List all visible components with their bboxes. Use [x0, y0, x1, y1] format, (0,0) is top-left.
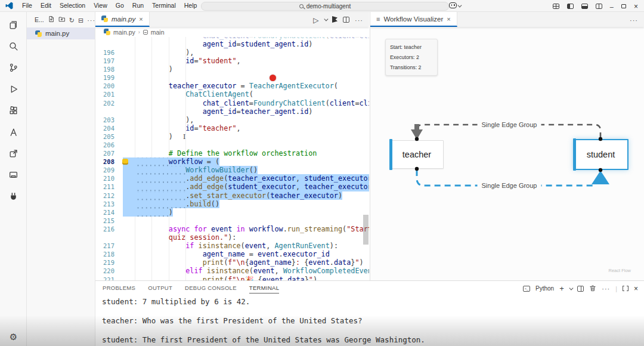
editor-scrollbar[interactable]	[363, 215, 369, 245]
file-item-mainpy[interactable]: main.py	[27, 27, 95, 39]
remote-explorer-icon[interactable]	[8, 170, 18, 180]
refresh-icon[interactable]	[69, 14, 75, 25]
split-terminal-icon[interactable]	[577, 286, 584, 292]
explorer-more-icon[interactable]	[87, 14, 95, 25]
code-line-221[interactable]: 221 print(f"\n🎉 {event.data}")	[95, 276, 369, 280]
toggle-panel-icon[interactable]	[581, 4, 588, 9]
node-teacher[interactable]: teacher	[390, 140, 444, 169]
tab-mainpy[interactable]: main.py	[95, 12, 150, 27]
breadcrumb-file[interactable]: main.py	[113, 29, 135, 36]
run-debug-icon[interactable]	[8, 84, 18, 94]
kill-terminal-icon[interactable]	[589, 285, 596, 293]
tab-terminal[interactable]: TERMINAL	[249, 285, 279, 294]
code-line-215[interactable]: 215	[95, 217, 369, 225]
code-line-218[interactable]: 218 agent_name = event.executor_id	[95, 250, 369, 258]
code-line-212[interactable]: 212 .set_start_executor(teacher_executor…	[95, 191, 369, 200]
code-line-217[interactable]: 217 if isinstance(event, AgentRunEvent):	[95, 242, 369, 250]
react-flow-attribution[interactable]: React Flow	[608, 268, 631, 273]
source-control-icon[interactable]	[8, 63, 18, 73]
close-tab-icon[interactable]	[139, 16, 143, 23]
explorer-sidebar: E... main.py	[27, 12, 95, 346]
collapse-folders-icon[interactable]	[78, 14, 83, 25]
close-tab-icon[interactable]	[447, 16, 450, 23]
code-line-219[interactable]: 219 print(f"\n{agent_name}: {event.data}…	[95, 258, 369, 267]
code-line-209[interactable]: 209 WorkflowBuilder()	[95, 166, 369, 174]
copilot-button[interactable]	[449, 2, 461, 8]
code-line-wrap[interactable]: agent_id=teacher_agent.id)	[95, 107, 369, 116]
code-line-207[interactable]: 207 # Define the workflow orchestration	[95, 149, 369, 157]
code-line-203[interactable]: 203 ),	[95, 116, 369, 124]
extensions-icon[interactable]	[8, 106, 18, 116]
code-line-204[interactable]: 204 id="teacher",	[95, 124, 369, 132]
code-line-213[interactable]: 213 .build()	[95, 200, 369, 208]
toggle-sidebar-icon[interactable]	[567, 4, 574, 9]
terminal-more-icon[interactable]	[602, 285, 610, 292]
toggle-secondary-sidebar-icon[interactable]	[596, 4, 602, 9]
code-line-196[interactable]: 196 ),	[95, 48, 369, 57]
azure-icon[interactable]	[8, 127, 18, 137]
code-line-201[interactable]: 201 ChatClientAgent(	[95, 90, 369, 98]
code-line-214[interactable]: 214 )	[95, 208, 369, 217]
menu-run[interactable]: Run	[128, 0, 148, 11]
export-icon[interactable]	[8, 149, 18, 159]
breadcrumb[interactable]: main.py › main	[95, 27, 369, 37]
editor-more-icon[interactable]	[355, 14, 363, 25]
run-dropdown-icon[interactable]	[324, 17, 327, 21]
breadcrumb-symbol[interactable]: main	[151, 29, 165, 36]
command-search-input[interactable]: demo-multiagent	[201, 2, 449, 11]
code-line-216[interactable]: 216 async for event in workflow.run_stre…	[95, 225, 369, 233]
line-number	[95, 107, 123, 116]
workflow-canvas[interactable]: Start: teacher Executors: 2 Transitions:…	[370, 27, 644, 280]
tab-workflow-visualizer[interactable]: Workflow Visualizer	[370, 12, 457, 27]
code-line-200[interactable]: 200 teacher_executor = TeacherAgentExecu…	[95, 82, 369, 90]
menu-view[interactable]: View	[89, 0, 112, 11]
code-line-211[interactable]: 211 .add_edge(student_executor, teacher_…	[95, 183, 369, 191]
code-line-197[interactable]: 197 id="student",	[95, 57, 369, 65]
new-file-icon[interactable]	[48, 14, 55, 25]
split-editor-icon[interactable]	[343, 17, 349, 23]
code-line-wrap[interactable]: agent_id=student_agent.id)	[95, 40, 369, 48]
search-view-icon[interactable]	[8, 41, 18, 51]
new-folder-icon[interactable]	[58, 14, 66, 25]
terminal-icon	[523, 286, 530, 292]
minimize-icon[interactable]	[610, 1, 614, 11]
code-line-205[interactable]: 205 )	[95, 132, 369, 141]
code-line-198[interactable]: 198 )	[95, 65, 369, 73]
menu-file[interactable]: File	[18, 0, 36, 11]
code-line-220[interactable]: 220 elif isinstance(event, WorkflowCompl…	[95, 267, 369, 275]
run-file-icon[interactable]	[313, 14, 318, 25]
code-line-wrap[interactable]: quiz session."):	[95, 233, 369, 242]
plugin-icon[interactable]	[8, 191, 18, 202]
close-window-icon[interactable]	[634, 1, 638, 11]
tab-problems[interactable]: PROBLEMS	[103, 285, 135, 294]
vscode-window: File Edit Selection View Go Run Terminal…	[0, 0, 644, 346]
customize-layout-icon[interactable]	[553, 4, 559, 9]
code-area[interactable]: chat_client=FoundryChatClient(client=cli…	[95, 32, 369, 280]
terminal-dropdown-icon[interactable]	[569, 286, 573, 290]
menu-selection[interactable]: Selection	[55, 0, 89, 11]
code-line-202[interactable]: 202 chat_client=FoundryChatClient(client…	[95, 99, 369, 107]
terminal-output[interactable]: student: 7 multiplied by 6 is 42. teache…	[102, 297, 638, 346]
menu-terminal[interactable]: Terminal	[148, 0, 180, 11]
lightbulb-icon[interactable]	[122, 159, 128, 165]
menu-go[interactable]: Go	[112, 0, 128, 11]
close-panel-icon[interactable]	[634, 285, 638, 293]
python-run-extension-icon[interactable]	[332, 16, 338, 23]
code-line-210[interactable]: 210 .add_edge(teacher_executor, student_…	[95, 174, 369, 183]
new-terminal-icon[interactable]	[559, 284, 564, 293]
tab-output[interactable]: OUTPUT	[148, 285, 172, 294]
explorer-icon[interactable]	[8, 20, 18, 30]
menu-help[interactable]: Help	[180, 0, 202, 11]
visualizer-more-icon[interactable]	[630, 14, 638, 25]
menu-edit[interactable]: Edit	[36, 0, 55, 11]
settings-gear-icon[interactable]	[10, 332, 17, 342]
maximize-icon[interactable]	[621, 4, 626, 8]
code-line-208[interactable]: 208 workflow = (	[95, 157, 369, 166]
shell-label[interactable]: Python	[535, 285, 554, 292]
tab-debug-console[interactable]: DEBUG CONSOLE	[185, 285, 237, 294]
line-number: 210	[95, 174, 123, 183]
node-student[interactable]: student	[573, 139, 628, 170]
code-line-199[interactable]: 199	[95, 73, 369, 82]
code-line-206[interactable]: 206	[95, 141, 369, 149]
maximize-panel-icon[interactable]	[623, 286, 628, 291]
